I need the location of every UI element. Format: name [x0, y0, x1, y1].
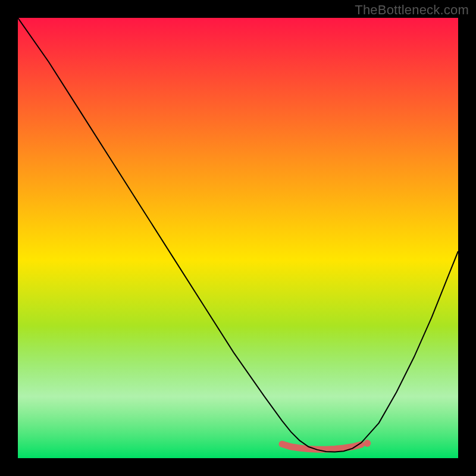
chart-svg [18, 18, 458, 458]
chart-plot-area [18, 18, 458, 458]
chart-frame: TheBottleneck.com [0, 0, 476, 476]
white-band-overlay [18, 18, 458, 458]
watermark-label: TheBottleneck.com [355, 2, 469, 18]
region-marker-dot [364, 440, 371, 447]
